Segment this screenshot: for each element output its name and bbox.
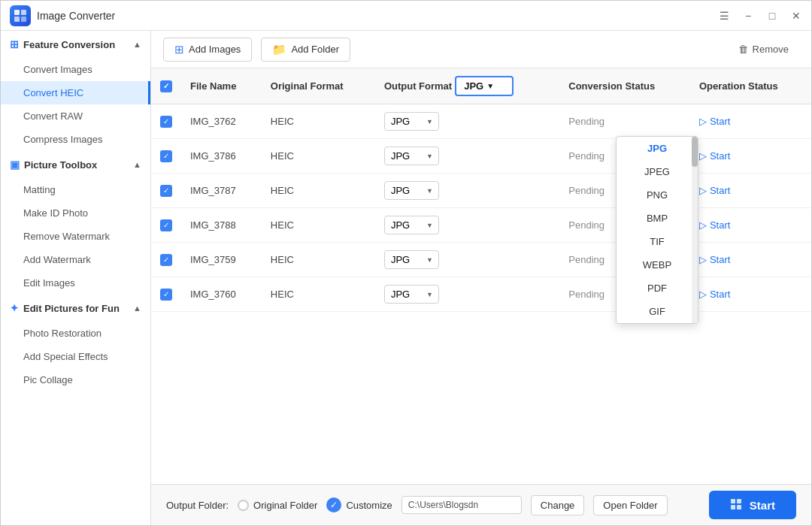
menu-button[interactable]: ☰ — [718, 10, 730, 22]
add-folder-button[interactable]: 📁 Add Folder — [261, 38, 350, 62]
close-button[interactable]: ✕ — [790, 10, 802, 22]
dropdown-option-png[interactable]: PNG — [617, 183, 698, 207]
header-conversion-status: Conversion Status — [559, 68, 690, 104]
dropdown-option-tif[interactable]: TIF — [617, 230, 698, 253]
row-start-button-5[interactable]: Start — [699, 254, 730, 265]
row-start-button-3[interactable]: Start — [699, 185, 730, 196]
row-file-name: IMG_3788 — [181, 208, 262, 243]
row-format-select-3[interactable]: JPG JPEG PNG BMP TIF WEBP PDF GIF — [384, 181, 439, 200]
content-area: ⊞ Add Images 📁 Add Folder 🗑 Remove — [151, 31, 811, 525]
dropdown-option-jpg[interactable]: JPG — [617, 137, 698, 160]
dropdown-scrollbar-thumb[interactable] — [692, 137, 698, 167]
output-folder-label: Output Folder: — [166, 500, 229, 511]
svg-rect-2 — [14, 17, 20, 22]
row-start-button-1[interactable]: Start — [699, 116, 730, 127]
sidebar-item-edit-images[interactable]: Edit Images — [1, 271, 150, 295]
start-icon — [730, 498, 744, 512]
sidebar-item-add-watermark[interactable]: Add Watermark — [1, 248, 150, 271]
select-all-checkbox[interactable]: ✓ — [160, 80, 172, 92]
row-checkbox-6[interactable]: ✓ — [160, 289, 172, 301]
add-folder-label: Add Folder — [291, 44, 339, 55]
sidebar-item-convert-heic[interactable]: Convert HEIC — [1, 81, 150, 104]
sidebar-item-pic-collage[interactable]: Pic Collage — [1, 368, 150, 391]
customize-label: Customize — [346, 500, 392, 511]
header-operation-status: Operation Status — [690, 68, 811, 104]
row-checkbox-1[interactable]: ✓ — [160, 116, 172, 128]
sidebar-section-header-feature-conversion[interactable]: ⊞ Feature Conversion ▲ — [1, 31, 150, 58]
row-format-select-wrapper: JPG JPEG PNG BMP TIF WEBP PDF GIF — [384, 216, 439, 234]
footer: Output Folder: Original Folder ✓ Customi… — [151, 484, 811, 525]
sidebar-item-remove-watermark[interactable]: Remove Watermark — [1, 225, 150, 248]
row-format-select-1[interactable]: JPG JPEG PNG BMP TIF WEBP PDF GIF — [384, 112, 439, 131]
sidebar-item-make-id-photo[interactable]: Make ID Photo — [1, 201, 150, 225]
row-operation-status: Start — [690, 208, 811, 243]
dropdown-option-pdf[interactable]: PDF — [617, 277, 698, 300]
row-format-select-wrapper: JPG JPEG PNG BMP TIF WEBP PDF GIF — [384, 181, 439, 200]
add-images-button[interactable]: ⊞ Add Images — [163, 38, 252, 62]
sidebar-item-matting[interactable]: Matting — [1, 178, 150, 201]
format-dropdown-overlay: JPG JPEG PNG BMP TIF WEBP PDF GIF — [616, 136, 698, 324]
title-bar-controls: ☰ − □ ✕ — [718, 10, 802, 22]
output-path-input[interactable] — [401, 496, 522, 514]
row-original-format: HEIC — [262, 104, 375, 139]
dropdown-option-bmp[interactable]: BMP — [617, 207, 698, 230]
row-file-name: IMG_3759 — [181, 243, 262, 277]
row-file-name: IMG_3760 — [181, 277, 262, 312]
svg-rect-7 — [737, 505, 741, 509]
sidebar-item-add-special-effects[interactable]: Add Special Effects — [1, 345, 150, 368]
open-folder-button[interactable]: Open Folder — [593, 495, 667, 515]
maximize-button[interactable]: □ — [766, 10, 778, 22]
sidebar-item-compress-images[interactable]: Compress Images — [1, 128, 150, 151]
row-format-select-6[interactable]: JPG JPEG PNG BMP TIF WEBP PDF GIF — [384, 285, 439, 304]
dropdown-option-jpeg[interactable]: JPEG — [617, 160, 698, 183]
row-output-format: JPG JPEG PNG BMP TIF WEBP PDF GIF — [375, 139, 559, 174]
row-checkbox-3[interactable]: ✓ — [160, 185, 172, 197]
row-checkbox-4[interactable]: ✓ — [160, 219, 172, 231]
sidebar-section-header-picture-toolbox[interactable]: ▣ Picture Toolbox ▲ — [1, 151, 150, 178]
start-main-label: Start — [750, 499, 775, 512]
files-table: ✓ File Name Original Format Output Forma… — [151, 68, 811, 312]
dropdown-option-webp[interactable]: WEBP — [617, 253, 698, 277]
picture-toolbox-label: Picture Toolbox — [24, 159, 97, 171]
row-file-name: IMG_3762 — [181, 104, 262, 139]
row-original-format: HEIC — [262, 174, 375, 208]
minimize-button[interactable]: − — [742, 10, 754, 22]
edit-pictures-label: Edit Pictures for Fun — [23, 303, 120, 314]
customize-radio-group: ✓ Customize — [326, 497, 392, 512]
original-folder-radio[interactable] — [238, 500, 249, 511]
svg-rect-1 — [21, 10, 26, 15]
row-output-format: JPG JPEG PNG BMP TIF WEBP PDF GIF — [375, 208, 559, 243]
customize-radio[interactable]: ✓ — [326, 497, 341, 512]
start-main-button[interactable]: Start — [709, 491, 796, 519]
sidebar-section-header-edit-pictures-fun[interactable]: ✦ Edit Pictures for Fun ▲ — [1, 295, 150, 322]
remove-button[interactable]: 🗑 Remove — [728, 39, 799, 59]
row-start-button-4[interactable]: Start — [699, 219, 730, 231]
row-checkbox-cell: ✓ — [151, 277, 181, 312]
row-start-button-6[interactable]: Start — [699, 289, 730, 300]
row-format-select-4[interactable]: JPG JPEG PNG BMP TIF WEBP PDF GIF — [384, 216, 439, 234]
change-button[interactable]: Change — [531, 495, 585, 515]
row-file-name: IMG_3787 — [181, 174, 262, 208]
row-operation-status: Start — [690, 174, 811, 208]
sidebar-item-photo-restoration[interactable]: Photo Restoration — [1, 322, 150, 345]
row-file-name: IMG_3786 — [181, 139, 262, 174]
svg-rect-4 — [731, 499, 735, 503]
table-header-row: ✓ File Name Original Format Output Forma… — [151, 68, 811, 104]
svg-rect-0 — [14, 10, 20, 15]
remove-icon: 🗑 — [738, 44, 748, 55]
sidebar-item-convert-raw[interactable]: Convert RAW — [1, 104, 150, 128]
row-checkbox-2[interactable]: ✓ — [160, 150, 172, 162]
add-images-icon: ⊞ — [174, 43, 184, 56]
toolbar: ⊞ Add Images 📁 Add Folder 🗑 Remove — [151, 31, 811, 68]
app-icon — [10, 5, 31, 26]
sidebar-item-convert-images[interactable]: Convert Images — [1, 58, 150, 81]
row-checkbox-5[interactable]: ✓ — [160, 254, 172, 266]
row-start-button-2[interactable]: Start — [699, 150, 730, 162]
row-conversion-status: Pending — [559, 104, 690, 139]
row-format-select-5[interactable]: JPG JPEG PNG BMP TIF WEBP PDF GIF — [384, 250, 439, 269]
global-output-format-dropdown[interactable]: JPG ▼ — [455, 76, 514, 96]
remove-label: Remove — [753, 44, 789, 55]
row-format-select-2[interactable]: JPG JPEG PNG BMP TIF WEBP PDF GIF — [384, 147, 439, 165]
dropdown-option-gif[interactable]: GIF — [617, 300, 698, 323]
title-bar: Image Converter ☰ − □ ✕ — [1, 1, 811, 31]
